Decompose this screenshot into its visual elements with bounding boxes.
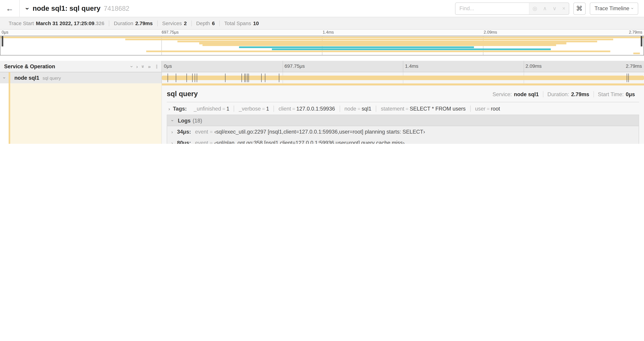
tag-item: statement = SELECT * FROM users bbox=[376, 106, 470, 112]
tick-label: 2.79ms bbox=[629, 30, 642, 35]
summary-label: Trace Start bbox=[9, 20, 34, 26]
log-marker bbox=[248, 74, 249, 82]
view-selector-label: Trace Timeline bbox=[594, 5, 629, 12]
minimap-span bbox=[177, 41, 597, 42]
tag-item: node = sql1 bbox=[340, 106, 376, 112]
logs-title: Logs bbox=[178, 117, 190, 124]
tag-key: node bbox=[344, 106, 356, 112]
log-marker bbox=[279, 74, 280, 82]
span-meta-item: Duration: 2.79ms bbox=[543, 91, 593, 97]
tag-value: 1 bbox=[266, 106, 269, 112]
summary-label: Duration bbox=[114, 20, 133, 26]
log-marker bbox=[168, 74, 168, 82]
trace-id: 7418682 bbox=[104, 5, 129, 12]
collapse-all-icon[interactable]: » bbox=[140, 65, 145, 68]
chevron-right-icon[interactable]: › bbox=[168, 106, 170, 112]
tag-key: client bbox=[278, 106, 291, 112]
tags-label: Tags: bbox=[173, 106, 187, 112]
tick-label: 697.75μs bbox=[162, 30, 179, 35]
tags-list: _unfinished = 1 _verbose = 1 bbox=[189, 106, 504, 112]
log-marker bbox=[247, 74, 248, 82]
minimap-tick-labels: 0μs 697.75μs 1.4ms 2.09ms 2.79ms bbox=[0, 30, 644, 36]
collapse-one-icon[interactable]: › bbox=[129, 66, 134, 67]
chevron-down-icon: › bbox=[630, 8, 635, 9]
find-box: ◎ ∧ ∨ × bbox=[455, 2, 569, 15]
service-operation-header: Service & Operation › › » » ∥ bbox=[0, 61, 162, 72]
title-group: › node sql1: sql query 7418682 bbox=[26, 4, 455, 13]
find-prev-icon[interactable]: ∧ bbox=[543, 5, 547, 12]
chevron-right-icon[interactable]: › bbox=[167, 129, 177, 134]
tag-value: root bbox=[491, 106, 500, 112]
log-marker bbox=[627, 74, 627, 82]
tag-item: _unfinished = 1 bbox=[189, 106, 234, 112]
log-marker bbox=[246, 74, 246, 82]
expand-all-icon[interactable]: » bbox=[148, 63, 151, 69]
summary-value: 2.79ms bbox=[136, 20, 153, 26]
chevron-down-icon[interactable]: › bbox=[170, 115, 175, 126]
column-resizer[interactable]: ∥ bbox=[156, 64, 158, 69]
page-title: node sql1: sql query bbox=[32, 4, 100, 13]
columns-header: Service & Operation › › » » ∥ 0μs 697.75… bbox=[0, 61, 644, 72]
minimap-right-handle[interactable] bbox=[641, 36, 642, 47]
equals-sign: = bbox=[358, 106, 360, 112]
span-detail-color-line bbox=[162, 83, 644, 85]
tag-item: client = 127.0.0.1:59936 bbox=[274, 106, 340, 112]
clear-search-icon[interactable]: × bbox=[562, 5, 566, 12]
find-input[interactable] bbox=[455, 3, 529, 14]
tags-row[interactable]: › Tags: _unfinished = 1 _verbose bbox=[167, 102, 639, 115]
minimap-left-handle[interactable] bbox=[2, 36, 3, 47]
minimap-span bbox=[272, 49, 551, 50]
minimap-span bbox=[199, 43, 566, 44]
keyboard-shortcuts-button[interactable]: ⌘ bbox=[573, 2, 586, 15]
view-selector-button[interactable]: Trace Timeline › bbox=[590, 2, 638, 15]
service-name: node sql1 bbox=[14, 75, 39, 81]
back-button[interactable]: ← bbox=[0, 0, 20, 17]
log-entry[interactable]: › 80μs: event = ‹sql/plan_opt.go:358 [ns… bbox=[167, 137, 639, 144]
tag-item: user = root bbox=[470, 106, 505, 112]
minimap-span bbox=[146, 51, 610, 52]
span-indent-column bbox=[0, 83, 162, 144]
log-field-key: event bbox=[195, 140, 208, 144]
span-detail-content: sql query Service: node sql1 Duration: 2… bbox=[162, 85, 644, 144]
locate-icon[interactable]: ◎ bbox=[532, 5, 537, 12]
equals-sign: = bbox=[210, 140, 213, 144]
top-bar: ← › node sql1: sql query 7418682 ◎ ∧ ∨ ×… bbox=[0, 0, 644, 17]
log-field-value: ‹sql/exec_util.go:2297 [nsql1,client=127… bbox=[214, 129, 425, 135]
tag-value: 127.0.0.1:59936 bbox=[296, 106, 335, 112]
trace-summary-item: Services 2 bbox=[157, 20, 191, 26]
log-entry[interactable]: › 34μs: event = ‹sql/exec_util.go:2297 [… bbox=[167, 126, 639, 137]
logs-header[interactable]: › Logs (18) bbox=[167, 115, 639, 126]
equals-sign: = bbox=[406, 106, 408, 112]
log-marker bbox=[261, 74, 262, 82]
log-marker bbox=[265, 74, 266, 82]
chevron-down-icon[interactable]: › bbox=[2, 74, 6, 82]
trace-summary-item: Duration 2.79ms bbox=[109, 20, 157, 26]
trace-summary-bar: Trace Start March 31 2022, 17:25:09 .326… bbox=[0, 17, 644, 30]
chevron-down-icon[interactable]: › bbox=[24, 7, 31, 10]
tick-label: 1.4ms bbox=[403, 63, 418, 69]
timeline-minimap[interactable] bbox=[0, 36, 644, 56]
span-bar[interactable] bbox=[162, 76, 644, 80]
minimap-span bbox=[239, 47, 474, 48]
meta-value: node sql1 bbox=[514, 91, 539, 97]
tick-label: 2.79ms bbox=[626, 63, 642, 69]
chevron-right-icon[interactable]: › bbox=[167, 140, 177, 144]
log-marker bbox=[176, 74, 176, 82]
tick-label: 2.09ms bbox=[484, 30, 497, 35]
equals-sign: = bbox=[222, 106, 225, 112]
log-field-key: event bbox=[195, 129, 208, 135]
tag-value: SELECT * FROM users bbox=[410, 106, 466, 112]
tick-label: 0μs bbox=[2, 30, 8, 35]
summary-value: 2 bbox=[184, 20, 186, 26]
span-row-track[interactable] bbox=[162, 72, 644, 83]
expand-one-icon[interactable]: › bbox=[136, 63, 138, 69]
span-row[interactable]: › node sql1 sql query bbox=[0, 72, 644, 83]
summary-label: Services bbox=[162, 20, 182, 26]
span-meta-item: Start Time: 0μs bbox=[593, 91, 639, 97]
find-controls: ◎ ∧ ∨ × bbox=[529, 3, 569, 14]
span-color-accent bbox=[9, 83, 10, 144]
span-meta-item: Service: node sql1 bbox=[488, 91, 543, 97]
trace-summary-item: Total Spans 10 bbox=[219, 20, 263, 26]
span-row-name-cell[interactable]: › node sql1 sql query bbox=[0, 72, 162, 83]
find-next-icon[interactable]: ∨ bbox=[552, 5, 556, 12]
